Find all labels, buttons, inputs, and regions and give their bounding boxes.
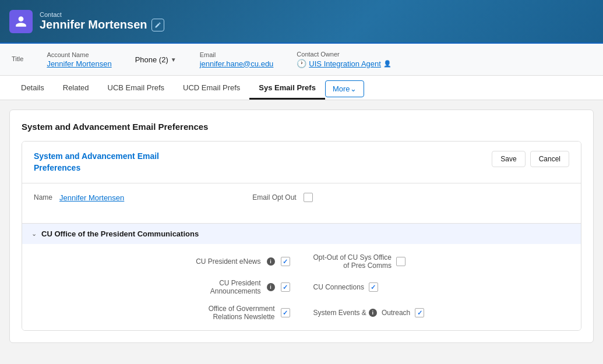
cu-president-enews-label: CU President eNews xyxy=(196,257,260,266)
tab-ucd-email-prefs[interactable]: UCD Email Prefs xyxy=(174,77,249,100)
fields-grid: CU President eNews i Opt-Out of CU Sys O… xyxy=(22,244,581,330)
cu-connections-checkbox[interactable] xyxy=(369,282,378,292)
system-events-outreach-info-icon[interactable]: i xyxy=(369,309,377,317)
owner-label: Contact Owner xyxy=(297,51,392,58)
inner-card: System and Advancement EmailPreferences … xyxy=(22,141,581,331)
cu-connections-label: CU Connections xyxy=(313,283,364,291)
collapsible-section-label: CU Office of the President Communication… xyxy=(41,229,199,238)
phone-dropdown-arrow[interactable]: ▼ xyxy=(171,56,177,63)
field-row-1-right: Opt-Out of CU Sys Officeof Pres Comms xyxy=(313,253,570,270)
account-name-value[interactable]: Jennifer Mortensen xyxy=(47,59,111,68)
title-label: Title xyxy=(12,55,23,62)
office-gov-relations-checkbox[interactable] xyxy=(281,308,290,317)
owner-field: Contact Owner 🕐 UIS Integration Agent 👤 xyxy=(297,51,392,68)
main-content: System and Advancement Email Preferences… xyxy=(0,100,603,364)
header-name-row: Jennifer Mortensen xyxy=(40,18,164,31)
inner-card-title: System and Advancement EmailPreferences xyxy=(34,151,159,174)
owner-person-icon: 👤 xyxy=(383,60,392,68)
opt-out-sys-office-checkbox[interactable] xyxy=(396,257,405,266)
tab-related[interactable]: Related xyxy=(54,77,98,100)
cu-president-enews-info-icon[interactable]: i xyxy=(267,257,275,266)
field-row-2-right: CU Connections xyxy=(313,279,570,295)
contact-icon xyxy=(9,10,33,33)
field-row-1-left: CU President eNews i xyxy=(34,253,290,270)
email-field: Email jennifer.hane@cu.edu xyxy=(200,51,274,68)
account-name-label: Account Name xyxy=(47,51,111,58)
system-events-outreach-label2: Outreach xyxy=(382,309,410,317)
email-label: Email xyxy=(200,51,274,58)
system-events-outreach-checkbox[interactable] xyxy=(415,308,424,317)
phone-field: Phone (2) ▼ xyxy=(135,55,177,64)
field-row-3-left: Office of GovernmentRelations Newslette xyxy=(34,305,290,321)
cu-president-enews-checkbox[interactable] xyxy=(281,257,290,266)
field-row-3-right: System Events & i Outreach xyxy=(313,305,570,321)
button-row: Save Cancel xyxy=(492,151,569,167)
cu-president-announcements-info-icon[interactable]: i xyxy=(267,283,275,291)
tab-sys-email-prefs[interactable]: Sys Email Prefs xyxy=(249,77,325,100)
chevron-icon: ⌄ xyxy=(31,230,37,238)
cu-president-announcements-label: CU PresidentAnnouncements xyxy=(210,279,261,295)
office-gov-relations-label: Office of GovernmentRelations Newslette xyxy=(209,305,275,321)
account-name-field: Account Name Jennifer Mortensen xyxy=(47,51,111,68)
tabs-bar: Details Related UCB Email Prefs UCD Emai… xyxy=(0,76,603,100)
record-type-label: Contact xyxy=(40,11,164,18)
name-row: Name Jennifer Mortensen Email Opt Out xyxy=(34,193,569,202)
record-name: Jennifer Mortensen xyxy=(40,18,147,31)
collapsible-header[interactable]: ⌄ CU Office of the President Communicati… xyxy=(22,224,581,244)
save-button[interactable]: Save xyxy=(492,151,525,167)
header-text-block: Contact Jennifer Mortensen xyxy=(40,11,164,31)
form-body: Name Jennifer Mortensen Email Opt Out xyxy=(22,183,581,223)
name-label: Name xyxy=(34,193,52,202)
collapsible-section: ⌄ CU Office of the President Communicati… xyxy=(22,223,581,330)
email-opt-out-label: Email Opt Out xyxy=(252,193,296,202)
field-row-2-left: CU PresidentAnnouncements i xyxy=(34,279,290,295)
name-value[interactable]: Jennifer Mortensen xyxy=(59,193,124,202)
opt-out-sys-office-label: Opt-Out of CU Sys Officeof Pres Comms xyxy=(313,253,392,270)
page-header: Contact Jennifer Mortensen xyxy=(0,0,603,44)
email-opt-out-group: Email Opt Out xyxy=(252,193,312,202)
section-title: System and Advancement Email Preferences xyxy=(22,122,581,132)
owner-value-row: 🕐 UIS Integration Agent 👤 xyxy=(297,59,392,68)
title-field: Title xyxy=(12,55,23,63)
tab-more[interactable]: More⌄ xyxy=(325,80,364,97)
section-card: System and Advancement Email Preferences… xyxy=(9,109,594,343)
tab-ucb-email-prefs[interactable]: UCB Email Prefs xyxy=(98,77,174,100)
owner-icon: 🕐 xyxy=(297,59,306,68)
system-events-outreach-label: System Events & xyxy=(313,309,366,317)
cu-president-announcements-checkbox[interactable] xyxy=(281,282,290,292)
name-field-group: Name Jennifer Mortensen xyxy=(34,193,124,202)
cancel-button[interactable]: Cancel xyxy=(530,151,569,167)
email-opt-out-checkbox[interactable] xyxy=(304,193,313,202)
meta-bar: Title Account Name Jennifer Mortensen Ph… xyxy=(0,44,603,76)
owner-name[interactable]: UIS Integration Agent xyxy=(309,59,381,68)
phone-row: Phone (2) ▼ xyxy=(135,55,177,64)
edit-icon[interactable] xyxy=(151,19,164,31)
email-value[interactable]: jennifer.hane@cu.edu xyxy=(200,59,274,68)
phone-label: Phone (2) xyxy=(135,55,168,64)
inner-card-header: System and Advancement EmailPreferences … xyxy=(22,142,581,183)
tab-details[interactable]: Details xyxy=(12,77,54,100)
